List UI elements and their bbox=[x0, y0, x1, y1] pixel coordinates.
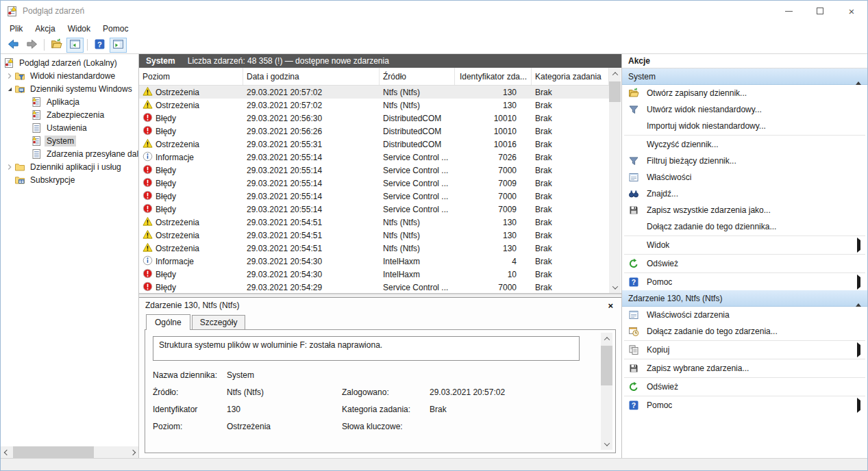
details-vertical-scrollbar[interactable] bbox=[601, 333, 612, 450]
tree-item-zdarzenia-przesylane-dalej[interactable]: Zdarzenia przesyłane dalej bbox=[1, 147, 138, 160]
scroll-left-arrow[interactable] bbox=[1, 446, 12, 458]
collapsed-expander-icon[interactable] bbox=[5, 162, 14, 173]
column-header-identyfikator-zda[interactable]: Identyfikator zda... bbox=[455, 68, 532, 85]
column-header-kategoria-zadania[interactable]: Kategoria zadania bbox=[532, 68, 609, 85]
tree-item-system[interactable]: System bbox=[1, 134, 138, 147]
action-group-header-system[interactable]: System bbox=[622, 68, 867, 85]
event-row[interactable]: Błędy29.03.2021 20:56:26DistributedCOM10… bbox=[139, 125, 609, 138]
menu-widok[interactable]: Widok bbox=[62, 23, 97, 35]
open-saved-log-button[interactable] bbox=[48, 38, 65, 53]
event-row[interactable]: Ostrzeżenia29.03.2021 20:54:51Ntfs (Ntfs… bbox=[139, 216, 609, 229]
task-clock-icon bbox=[628, 326, 641, 337]
info-icon bbox=[142, 151, 156, 164]
event-row[interactable]: Błędy29.03.2021 20:54:29Service Control … bbox=[139, 281, 609, 293]
close-button[interactable]: × bbox=[836, 1, 867, 21]
event-row[interactable]: Błędy29.03.2021 20:55:14Service Control … bbox=[139, 190, 609, 203]
event-row[interactable]: Ostrzeżenia29.03.2021 20:57:02Ntfs (Ntfs… bbox=[139, 99, 609, 112]
action-label: Utwórz widok niestandardowy... bbox=[647, 105, 762, 114]
scroll-down-arrow[interactable] bbox=[609, 281, 621, 293]
tree-item-dzienniki-aplikacji-i-uslug[interactable]: Dzienniki aplikacji i usług bbox=[1, 160, 138, 173]
scroll-up-arrow[interactable] bbox=[601, 333, 612, 344]
minimize-button[interactable] bbox=[773, 1, 804, 21]
event-level-label: Błędy bbox=[156, 179, 176, 188]
scroll-up-arrow[interactable] bbox=[609, 68, 621, 79]
actions-pane: Akcje SystemOtwórz zapisany dziennik...U… bbox=[621, 54, 867, 458]
action-znajdz[interactable]: Znajdź... bbox=[622, 186, 867, 202]
action-pomoc[interactable]: ?Pomoc bbox=[622, 397, 867, 413]
event-row[interactable]: Ostrzeżenia29.03.2021 20:57:02Ntfs (Ntfs… bbox=[139, 86, 609, 99]
event-level-label: Informacje bbox=[156, 257, 194, 266]
action-pane-toggle-button[interactable] bbox=[110, 38, 127, 53]
event-category-cell: Brak bbox=[532, 166, 609, 175]
action-zapisz-wybrane-zdarzenia[interactable]: Zapisz wybrane zdarzenia... bbox=[622, 360, 867, 377]
action-odswiez[interactable]: Odśwież bbox=[622, 379, 867, 395]
scroll-thumb[interactable] bbox=[609, 81, 621, 102]
action-group-header-zdarzenie-130-ntfs-ntfs[interactable]: Zdarzenie 130, Ntfs (Ntfs) bbox=[622, 290, 867, 307]
tree-item-aplikacja[interactable]: Aplikacja bbox=[1, 95, 138, 108]
scroll-down-arrow[interactable] bbox=[601, 438, 612, 450]
event-row[interactable]: Błędy29.03.2021 20:55:14Service Control … bbox=[139, 177, 609, 190]
action-wyczysc-dziennik[interactable]: Wyczyść dziennik... bbox=[622, 136, 867, 153]
event-row[interactable]: Ostrzeżenia29.03.2021 20:55:31Distribute… bbox=[139, 138, 609, 151]
event-category-cell: Brak bbox=[532, 127, 609, 136]
action-separator bbox=[624, 135, 865, 136]
tree-item-subskrypcje[interactable]: Subskrypcje bbox=[1, 173, 138, 186]
log-event-icon bbox=[31, 136, 42, 147]
action-filtruj-biezacy-dziennik[interactable]: Filtruj bieżący dziennik... bbox=[622, 153, 867, 169]
scroll-thumb[interactable] bbox=[601, 346, 612, 385]
collapse-icon[interactable] bbox=[856, 294, 861, 303]
tree-item-widoki-niestandardowe[interactable]: Widoki niestandardowe bbox=[1, 69, 138, 82]
collapsed-expander-icon[interactable] bbox=[5, 71, 14, 81]
event-row[interactable]: Ostrzeżenia29.03.2021 20:54:51Ntfs (Ntfs… bbox=[139, 242, 609, 255]
collapse-icon[interactable] bbox=[856, 72, 861, 81]
back-arrow-button[interactable] bbox=[5, 38, 22, 53]
event-row[interactable]: Błędy29.03.2021 20:55:14Service Control … bbox=[139, 164, 609, 177]
event-date-cell: 29.03.2021 20:54:51 bbox=[243, 218, 380, 227]
tree-item-dzienniki-systemu-windows[interactable]: Dzienniki systemu Windows bbox=[1, 82, 138, 95]
tab-ogolne[interactable]: Ogólne bbox=[146, 314, 190, 330]
action-dolacz-zadanie-do-tego-dziennika[interactable]: Dołącz zadanie do tego dziennika... bbox=[622, 218, 867, 235]
action-pomoc[interactable]: ?Pomoc bbox=[622, 274, 867, 290]
action-widok[interactable]: Widok bbox=[622, 237, 867, 253]
column-header-data-i-godzina[interactable]: Data i godzina bbox=[243, 68, 380, 85]
column-header-zrodlo[interactable]: Źródło bbox=[380, 68, 455, 85]
details-close-button[interactable]: × bbox=[606, 301, 615, 311]
action-odswiez[interactable]: Odśwież bbox=[622, 255, 867, 272]
tree-item-zabezpieczenia[interactable]: Zabezpieczenia bbox=[1, 108, 138, 121]
event-row[interactable]: Informacje29.03.2021 20:55:14Service Con… bbox=[139, 151, 609, 164]
expanded-expander-icon[interactable] bbox=[5, 84, 14, 94]
menu-plik[interactable]: Plik bbox=[3, 23, 29, 35]
action-importuj-widok-niestandardowy[interactable]: Importuj widok niestandardowy... bbox=[622, 118, 867, 134]
action-utworz-widok-niestandardowy[interactable]: Utwórz widok niestandardowy... bbox=[622, 101, 867, 118]
action-otworz-zapisany-dziennik[interactable]: Otwórz zapisany dziennik... bbox=[622, 85, 867, 101]
action-kopiuj[interactable]: Kopiuj bbox=[622, 342, 867, 358]
event-row[interactable]: Informacje29.03.2021 20:54:30IntelHaxm4B… bbox=[139, 255, 609, 268]
console-tree-pane: Podgląd zdarzeń (Lokalny)Widoki niestand… bbox=[1, 54, 139, 458]
scroll-right-arrow[interactable] bbox=[127, 446, 138, 458]
scroll-thumb[interactable] bbox=[13, 446, 94, 458]
event-row[interactable]: Ostrzeżenia29.03.2021 20:54:51Ntfs (Ntfs… bbox=[139, 229, 609, 242]
tree-item-podglad-zdarzen-lokalny[interactable]: Podgląd zdarzeń (Lokalny) bbox=[1, 56, 138, 69]
tab-szczegoly[interactable]: Szczegóły bbox=[192, 315, 246, 329]
events-vertical-scrollbar[interactable] bbox=[609, 68, 621, 293]
menu-akcja[interactable]: Akcja bbox=[29, 23, 61, 35]
filter-icon bbox=[628, 104, 641, 115]
tree-item-ustawienia[interactable]: Ustawienia bbox=[1, 121, 138, 134]
event-row[interactable]: Błędy29.03.2021 20:56:30DistributedCOM10… bbox=[139, 112, 609, 125]
action-zapisz-wszystkie-zdarzenia-jako[interactable]: Zapisz wszystkie zdarzenia jako... bbox=[622, 202, 867, 218]
action-wlasciwosci[interactable]: Właściwości bbox=[622, 169, 867, 186]
event-level-cell: Błędy bbox=[139, 203, 243, 216]
event-row[interactable]: Błędy29.03.2021 20:54:30IntelHaxm10Brak bbox=[139, 268, 609, 281]
folder-system-icon bbox=[14, 84, 25, 94]
action-dolacz-zadanie-do-tego-zdarzenia[interactable]: Dołącz zadanie do tego zdarzenia... bbox=[622, 323, 867, 340]
event-row[interactable]: Błędy29.03.2021 20:55:14Service Control … bbox=[139, 203, 609, 216]
column-header-poziom[interactable]: Poziom bbox=[139, 68, 243, 85]
console-tree-toggle-button[interactable] bbox=[66, 38, 84, 53]
action-wlasciwosci-zdarzenia[interactable]: Właściwości zdarzenia bbox=[622, 307, 867, 323]
forward-arrow-button[interactable] bbox=[23, 38, 40, 53]
action-separator bbox=[624, 377, 865, 378]
help-button[interactable]: ? bbox=[91, 38, 108, 53]
menu-pomoc[interactable]: Pomoc bbox=[97, 23, 134, 35]
tree-horizontal-scrollbar[interactable] bbox=[1, 446, 138, 458]
maximize-button[interactable] bbox=[804, 1, 836, 21]
